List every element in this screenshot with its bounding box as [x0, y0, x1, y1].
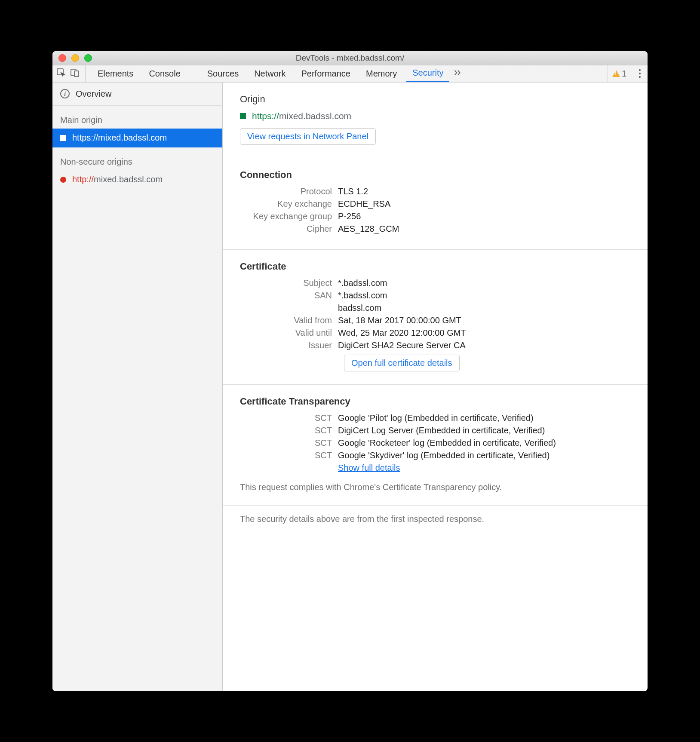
ct-compliance-note: This request complies with Chrome's Cert…	[240, 475, 630, 492]
section-origin: Origin https://mixed.badssl.com View req…	[223, 83, 648, 158]
info-icon: i	[60, 89, 70, 98]
ct-heading: Certificate Transparency	[240, 396, 630, 407]
row-issuer: IssuerDigiCert SHA2 Secure Server CA	[240, 340, 630, 350]
sidebar-heading-main-origin: Main origin	[52, 106, 222, 129]
security-panel-body: i Overview Main origin https://mixed.bad…	[52, 83, 648, 691]
svg-rect-2	[74, 71, 79, 77]
maximize-window-icon[interactable]	[84, 54, 92, 62]
warning-icon	[612, 70, 620, 77]
traffic-lights	[52, 54, 92, 62]
warnings-badge[interactable]: 1	[608, 65, 631, 82]
row-subject: Subject*.badssl.com	[240, 278, 630, 288]
row-protocol: ProtocolTLS 1.2	[240, 187, 630, 196]
devtools-window: DevTools - mixed.badssl.com/ Elements Co…	[52, 51, 648, 691]
sidebar-origin-nonsecure[interactable]: http://mixed.badssl.com	[52, 170, 222, 189]
view-requests-button[interactable]: View requests in Network Panel	[240, 128, 376, 145]
row-valid-from: Valid fromSat, 18 Mar 2017 00:00:00 GMT	[240, 316, 630, 325]
devtools-toolbar: Elements Console Sources Network Perform…	[52, 65, 648, 83]
row-key-exchange-group: Key exchange groupP-256	[240, 212, 630, 221]
tab-network[interactable]: Network	[248, 65, 292, 82]
close-window-icon[interactable]	[58, 54, 66, 62]
row-cipher: CipherAES_128_GCM	[240, 224, 630, 234]
tab-performance[interactable]: Performance	[295, 65, 357, 82]
open-full-certificate-button[interactable]: Open full certificate details	[344, 355, 460, 371]
row-san-2: badssl.com	[240, 303, 630, 313]
window-title: DevTools - mixed.badssl.com/	[52, 53, 648, 63]
settings-menu-icon[interactable]	[636, 69, 644, 78]
row-san-1: SAN*.badssl.com	[240, 291, 630, 300]
panel-tabs: Elements Console Sources Network Perform…	[92, 65, 462, 82]
nonsecure-origin-url: http://mixed.badssl.com	[72, 175, 163, 184]
row-key-exchange: Key exchangeECDHE_RSA	[240, 199, 630, 209]
device-toolbar-icon[interactable]	[70, 67, 80, 80]
origin-url-line: https://mixed.badssl.com	[240, 111, 630, 121]
tab-security[interactable]: Security	[406, 65, 449, 82]
security-main: Origin https://mixed.badssl.com View req…	[223, 83, 648, 691]
section-certificate-transparency: Certificate Transparency SCTGoogle 'Pilo…	[223, 385, 648, 506]
minimize-window-icon[interactable]	[71, 54, 79, 62]
inspect-element-icon[interactable]	[56, 67, 66, 80]
secure-icon	[240, 113, 246, 119]
section-connection: Connection ProtocolTLS 1.2 Key exchangeE…	[223, 158, 648, 250]
certificate-heading: Certificate	[240, 261, 630, 272]
section-certificate: Certificate Subject*.badssl.com SAN*.bad…	[223, 250, 648, 385]
sidebar-heading-nonsecure: Non-secure origins	[52, 147, 222, 170]
main-origin-url: https://mixed.badssl.com	[72, 133, 167, 143]
insecure-origin-icon	[60, 177, 66, 183]
show-full-details-link[interactable]: Show full details	[338, 463, 400, 472]
window-titlebar: DevTools - mixed.badssl.com/	[52, 51, 648, 65]
sidebar-origin-main[interactable]: https://mixed.badssl.com	[52, 129, 222, 147]
origin-heading: Origin	[240, 94, 630, 105]
tab-console[interactable]: Console	[143, 65, 186, 82]
footer-note: The security details above are from the …	[223, 506, 648, 533]
row-sct-3: SCTGoogle 'Skydiver' log (Embedded in ce…	[240, 451, 630, 460]
warnings-count: 1	[622, 69, 626, 79]
row-sct-1: SCTDigiCert Log Server (Embedded in cert…	[240, 426, 630, 435]
row-sct-0: SCTGoogle 'Pilot' log (Embedded in certi…	[240, 413, 630, 423]
row-show-full: Show full details	[240, 463, 630, 473]
row-valid-until: Valid untilWed, 25 Mar 2020 12:00:00 GMT	[240, 328, 630, 338]
overview-label: Overview	[76, 89, 111, 99]
tab-elements[interactable]: Elements	[92, 65, 139, 82]
tab-memory[interactable]: Memory	[360, 65, 403, 82]
more-tabs-icon[interactable]	[453, 68, 462, 80]
connection-heading: Connection	[240, 169, 630, 181]
sidebar-item-overview[interactable]: i Overview	[52, 83, 222, 106]
tab-sources[interactable]: Sources	[201, 65, 245, 82]
security-sidebar: i Overview Main origin https://mixed.bad…	[52, 83, 223, 691]
row-sct-2: SCTGoogle 'Rocketeer' log (Embedded in c…	[240, 438, 630, 448]
secure-origin-icon	[60, 135, 66, 141]
